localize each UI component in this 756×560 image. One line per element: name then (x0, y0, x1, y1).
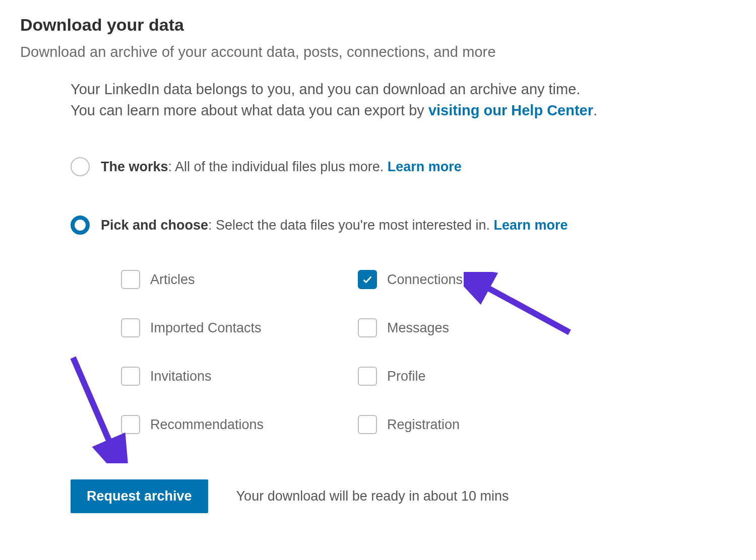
checkbox-label-imported-contacts: Imported Contacts (150, 320, 262, 336)
checkbox-unchecked-icon (121, 318, 140, 337)
checkbox-label-profile: Profile (387, 369, 426, 384)
checkbox-unchecked-icon (121, 415, 140, 434)
checkbox-row-recommendations[interactable]: Recommendations (121, 415, 358, 434)
radio-option-pick-and-choose[interactable]: Pick and choose: Select the data files y… (71, 216, 736, 235)
page-title: Download your data (20, 15, 736, 35)
checkbox-row-registration[interactable]: Registration (358, 415, 595, 434)
checkbox-grid: Articles Connections Imported Contacts M… (121, 270, 736, 434)
request-archive-button[interactable]: Request archive (71, 479, 208, 513)
page-subtitle: Download an archive of your account data… (20, 44, 736, 60)
checkbox-row-messages[interactable]: Messages (358, 318, 595, 337)
radio-pick-text: Pick and choose: Select the data files y… (101, 218, 568, 233)
checkbox-label-articles: Articles (150, 272, 195, 288)
checkbox-row-invitations[interactable]: Invitations (121, 367, 358, 386)
checkbox-unchecked-icon (358, 367, 377, 386)
help-center-link[interactable]: visiting our Help Center (428, 102, 593, 118)
radio-the-works-text: The works: All of the individual files p… (101, 159, 462, 175)
radio-the-works-bold: The works (101, 159, 168, 174)
footer-row: Request archive Your download will be re… (71, 479, 736, 513)
checkbox-label-recommendations: Recommendations (150, 417, 264, 433)
radio-pick-rest: : Select the data files you're most inte… (208, 218, 493, 233)
content-wrap: Download your data Download an archive o… (20, 15, 736, 513)
radio-unselected-icon (71, 157, 90, 176)
radio-the-works-rest: : All of the individual files plus more. (168, 159, 388, 174)
radio-option-the-works[interactable]: The works: All of the individual files p… (71, 157, 736, 176)
checkbox-unchecked-icon (358, 318, 377, 337)
checkbox-unchecked-icon (121, 367, 140, 386)
radio-selected-icon (71, 216, 90, 235)
checkbox-label-invitations: Invitations (150, 369, 212, 384)
checkbox-label-messages: Messages (387, 320, 449, 336)
checkbox-row-connections[interactable]: Connections (358, 270, 595, 289)
description-after-link: . (593, 102, 597, 118)
checkbox-unchecked-icon (121, 270, 140, 289)
checkbox-label-connections: Connections (387, 272, 463, 288)
checkbox-row-imported-contacts[interactable]: Imported Contacts (121, 318, 358, 337)
radio-options-group: The works: All of the individual files p… (71, 157, 736, 434)
radio-pick-bold: Pick and choose (101, 218, 208, 233)
checkbox-unchecked-icon (358, 415, 377, 434)
checkbox-row-profile[interactable]: Profile (358, 367, 595, 386)
checkbox-row-articles[interactable]: Articles (121, 270, 358, 289)
checkbox-checked-icon (358, 270, 377, 289)
learn-more-pick[interactable]: Learn more (494, 218, 568, 233)
footer-status-text: Your download will be ready in about 10 … (236, 488, 509, 504)
learn-more-the-works[interactable]: Learn more (388, 159, 462, 174)
description-text: Your LinkedIn data belongs to you, and y… (71, 79, 605, 121)
checkbox-label-registration: Registration (387, 417, 460, 433)
